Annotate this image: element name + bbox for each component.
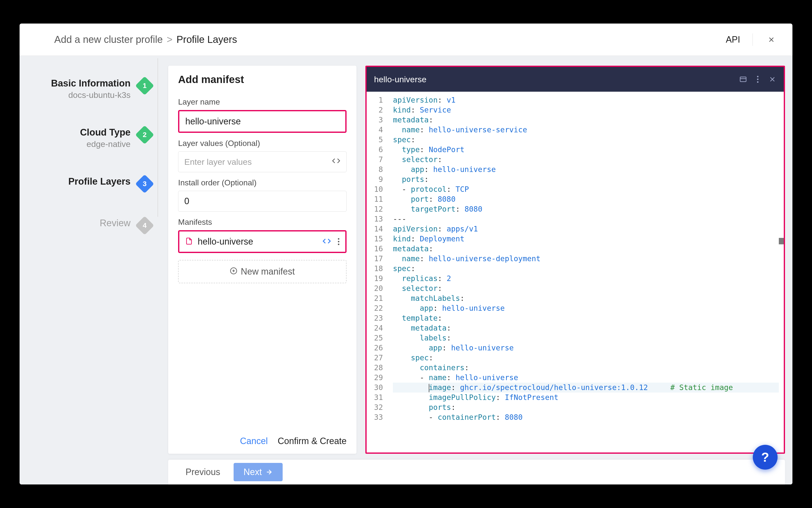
editor-panel: hello-universe 1234567891011121314151617… xyxy=(365,66,785,454)
help-fab[interactable]: ? xyxy=(753,445,777,470)
editor-header: hello-universe xyxy=(367,67,784,92)
editor-title: hello-universe xyxy=(374,75,739,84)
editor-kebab-menu[interactable] xyxy=(757,76,759,83)
file-icon xyxy=(185,237,193,247)
editor-close-icon[interactable] xyxy=(768,75,776,83)
gutter: 1234567891011121314151617181920212223242… xyxy=(367,92,388,453)
breadcrumb-root[interactable]: Add a new cluster profile xyxy=(54,34,163,45)
sidebar: Basic Informationdocs-ubuntu-k3s 1 Cloud… xyxy=(19,56,161,484)
code-icon xyxy=(332,157,341,167)
arrow-right-icon xyxy=(265,468,273,476)
edit-code-icon[interactable] xyxy=(322,237,331,246)
form-title: Add manifest xyxy=(168,66,356,91)
body: Basic Informationdocs-ubuntu-k3s 1 Cloud… xyxy=(19,56,793,484)
manifest-item-name: hello-universe xyxy=(198,237,318,247)
overflow-indicator xyxy=(779,238,784,244)
manifest-item[interactable]: hello-universe xyxy=(178,230,347,253)
layer-values-label: Layer values (Optional) xyxy=(178,139,347,148)
close-button[interactable] xyxy=(765,34,777,46)
step-2[interactable]: Cloud Typeedge-native 2 xyxy=(19,127,161,149)
code-area[interactable]: apiVersion: v1kind: Servicemetadata: nam… xyxy=(388,92,784,453)
install-order-input[interactable] xyxy=(178,191,347,212)
bottom-bar: Previous Next xyxy=(168,460,785,484)
previous-button[interactable]: Previous xyxy=(178,467,228,477)
step-3[interactable]: Profile Layers 3 xyxy=(19,176,161,190)
step-1[interactable]: Basic Informationdocs-ubuntu-k3s 1 xyxy=(19,78,161,100)
api-link[interactable]: API xyxy=(726,35,740,45)
breadcrumb-sep: > xyxy=(167,34,172,45)
divider xyxy=(753,34,753,46)
editor-body[interactable]: 1234567891011121314151617181920212223242… xyxy=(367,92,784,453)
new-manifest-button[interactable]: New manifest xyxy=(178,260,347,283)
breadcrumb-current: Profile Layers xyxy=(176,34,237,45)
close-icon xyxy=(767,36,775,44)
form-panel: Add manifest Layer name Layer values (Op… xyxy=(168,66,356,454)
layer-name-label: Layer name xyxy=(178,97,347,107)
step-4[interactable]: Review 4 xyxy=(19,218,161,232)
app-window: Add a new cluster profile > Profile Laye… xyxy=(19,24,793,484)
layer-values-placeholder: Enter layer values xyxy=(184,157,252,167)
install-order-label: Install order (Optional) xyxy=(178,178,347,187)
manifests-label: Manifests xyxy=(178,218,347,227)
layer-values-input[interactable]: Enter layer values xyxy=(178,152,347,172)
plus-circle-icon xyxy=(230,266,237,277)
titlebar: Add a new cluster profile > Profile Laye… xyxy=(19,24,793,56)
cancel-button[interactable]: Cancel xyxy=(240,436,268,446)
expand-icon[interactable] xyxy=(739,75,747,83)
breadcrumb: Add a new cluster profile > Profile Laye… xyxy=(54,34,237,45)
svg-rect-3 xyxy=(740,77,746,82)
next-button[interactable]: Next xyxy=(234,463,283,481)
manifest-kebab-menu[interactable] xyxy=(338,238,340,245)
new-manifest-label: New manifest xyxy=(241,266,295,277)
main: Add manifest Layer name Layer values (Op… xyxy=(161,56,793,484)
next-label: Next xyxy=(243,467,262,477)
confirm-create-button[interactable]: Confirm & Create xyxy=(278,436,347,446)
layer-name-input[interactable] xyxy=(178,110,347,133)
